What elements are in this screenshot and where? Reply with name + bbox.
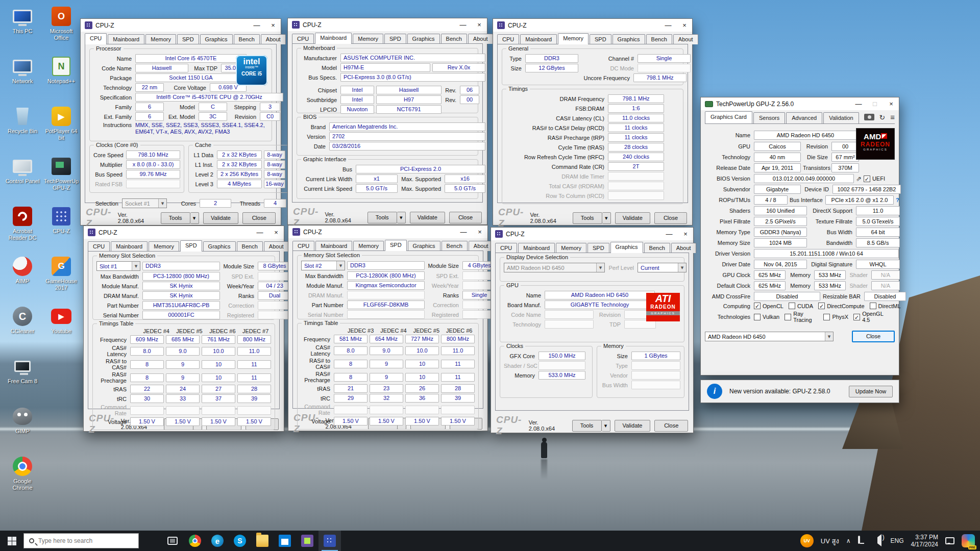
close-icon[interactable]: × [476,21,483,29]
tab-spd[interactable]: SPD [590,34,611,44]
display-device-selector[interactable]: AMD Radeon HD 6450▾ [504,263,605,272]
tab-memory[interactable]: Memory [149,241,179,252]
tab-mainboard[interactable]: Mainboard [315,241,352,251]
tab-about[interactable]: About [261,34,286,44]
ray-tracing-checkbox[interactable] [785,314,791,320]
tools-dropdown-icon[interactable]: ▾ [190,212,199,224]
desktop-icon-gimp[interactable]: GIMP [4,406,41,435]
tools-button[interactable]: Tools [161,212,190,224]
taskbar-search[interactable] [23,533,139,548]
tab-mainboard[interactable]: Mainboard [315,33,352,44]
minimize-icon[interactable]: — [855,100,862,108]
tab-bench[interactable]: Bench [237,241,263,252]
update-now-button[interactable]: Update Now [849,386,893,397]
tab-graphics[interactable]: Graphics [612,34,645,44]
tab-spd[interactable]: SPD [177,34,199,44]
tab-about[interactable]: About [671,243,696,253]
tab-mainboard[interactable]: Mainboard [111,241,148,252]
desktop-icon-free-cam-8[interactable]: Free Cam 8 [4,356,41,385]
tray-expand-icon[interactable]: ∧ [846,537,851,544]
tab-spd[interactable]: SPD [384,34,406,44]
desktop-icon-potplayer-64-bit[interactable]: ▶ PotPlayer 64 bit [43,106,80,141]
tab-memory[interactable]: Memory [556,243,586,253]
minimize-icon[interactable]: — [665,21,672,29]
tab-spd[interactable]: SPD [385,240,407,251]
tab-sensors[interactable]: Sensors [753,112,785,123]
slot-selector[interactable]: Slot #1▾ [96,261,140,271]
uefi-checkbox[interactable]: ✓ [864,176,870,182]
minimize-icon[interactable]: — [459,21,467,29]
taskbar-icon-chrome[interactable] [184,531,206,551]
tab-memory[interactable]: Memory [558,33,589,44]
tab-graphics[interactable]: Graphics [407,34,440,44]
close-icon[interactable]: × [681,21,688,29]
language-indicator[interactable]: ENG [891,537,904,544]
titlebar[interactable]: TechPowerUp GPU-Z 2.56.0 —□× [701,97,899,110]
copilot-icon[interactable] [962,534,975,547]
tab-cpu[interactable]: CPU [292,241,314,251]
tab-about[interactable]: About [468,34,493,44]
validate-button[interactable]: Validate [410,212,445,223]
titlebar[interactable]: CPU-Z —× [493,19,692,32]
tab-graphics-card[interactable]: Graphics Card [705,111,752,123]
minimize-icon[interactable]: — [666,230,673,238]
desktop-icon-notepad-[interactable]: N Notepad++ [43,56,80,85]
tab-cpu[interactable]: CPU [88,241,110,252]
tab-mainboard[interactable]: Mainboard [108,34,144,44]
tools-button[interactable]: Tools [368,212,397,223]
taskbar-clock[interactable]: 3:37 PM 4/17/2024 [911,534,938,548]
validate-button[interactable]: Validate [615,420,651,432]
desktop-icon-gamehouse-2017[interactable]: G GameHouse 2017 [43,256,80,291]
taskbar-icon-news-widget[interactable] [139,531,161,551]
tab-bench[interactable]: Bench [646,34,672,44]
taskbar-icon-task-view[interactable] [161,531,184,551]
tab-about[interactable]: About [673,34,698,44]
desktop-icon-recycle-bin[interactable]: Recycle Bin [4,106,41,135]
tools-dropdown-icon[interactable]: ▾ [602,212,611,224]
refresh-icon[interactable]: ↻ [879,113,886,121]
tools-dropdown-icon[interactable]: ▾ [602,420,610,432]
desktop-icon-network[interactable]: Network [4,56,41,85]
desktop-icon-youtube[interactable]: ▶ Youtube [43,306,80,335]
desktop-icon-google-chrome[interactable]: Google Chrome [4,456,41,491]
tab-memory[interactable]: Memory [353,241,384,251]
titlebar[interactable]: CPU-Z —× [491,228,693,240]
tab-bench[interactable]: Bench [234,34,260,44]
gpu-selector[interactable]: AMD Radeon HD 6450▾ [705,332,834,341]
slot-selector[interactable]: Slot #2▾ [301,261,345,270]
tab-cpu[interactable]: CPU [495,243,517,253]
desktop-icon-ccleaner[interactable]: C CCleaner [4,306,41,335]
tab-graphics[interactable]: Graphics [203,241,236,252]
socket-selector[interactable]: Socket #1▾ [122,198,167,208]
close-icon[interactable]: × [273,229,280,236]
minimize-icon[interactable]: — [253,21,260,29]
tab-memory[interactable]: Memory [353,34,383,44]
perf-level-selector[interactable]: Current▾ [638,263,687,272]
uv-index-icon[interactable]: UV [800,534,814,547]
close-button[interactable]: Close [654,420,688,432]
titlebar[interactable]: CPU-Z —× [81,19,281,32]
tools-button[interactable]: Tools [573,212,602,224]
help-icon[interactable]: ? [896,197,899,203]
validate-button[interactable]: Validate [203,212,239,224]
start-button[interactable] [0,531,23,551]
desktop-icon-microsoft-office[interactable]: O Microsoft Office [43,6,80,41]
tools-dropdown-icon[interactable]: ▾ [397,212,406,223]
close-icon[interactable]: × [682,230,689,238]
tab-graphics[interactable]: Graphics [408,241,440,251]
tab-spd[interactable]: SPD [587,243,609,253]
action-center-icon[interactable] [945,537,954,544]
tab-cpu[interactable]: CPU [497,34,519,44]
minimize-icon[interactable]: — [460,228,467,236]
tab-graphics[interactable]: Graphics [610,242,643,253]
opencl-checkbox[interactable]: ✓ [754,303,761,309]
desktop-icon-aimp[interactable]: AIMP [4,256,41,285]
tab-mainboard[interactable]: Mainboard [520,34,557,44]
desktop-icon-cpu-z[interactable]: CPU-Z [43,206,80,235]
screenshot-icon[interactable] [864,114,874,120]
close-button[interactable]: Close [242,212,276,224]
close-icon[interactable]: × [888,100,895,108]
tab-bench[interactable]: Bench [441,34,467,44]
tab-about[interactable]: About [469,241,494,251]
uv-index-text[interactable]: UV สูง [821,536,839,546]
